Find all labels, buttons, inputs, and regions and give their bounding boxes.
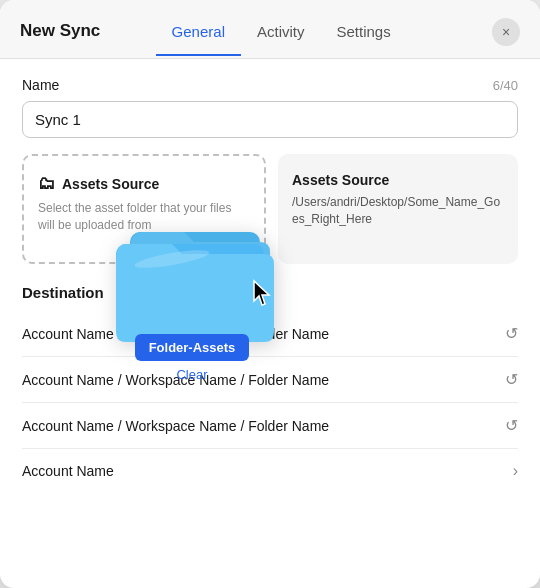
folder-overlay: Folder-Assets Clear	[102, 204, 282, 382]
history-icon-2: ↺	[505, 370, 518, 389]
dest-item-3-text: Account Name / Workspace Name / Folder N…	[22, 418, 329, 434]
source-right-path: /Users/andri/Desktop/Some_Name_Goes_Righ…	[292, 194, 504, 228]
source-right-title: Assets Source	[292, 172, 389, 188]
name-label: Name	[22, 77, 59, 93]
history-icon-1: ↺	[505, 324, 518, 343]
folder-clear-button[interactable]: Clear	[176, 367, 207, 382]
name-input[interactable]	[22, 101, 518, 138]
dest-item-4-text: Account Name	[22, 463, 114, 479]
folder-tooltip: Folder-Assets	[135, 334, 250, 361]
source-section: 🗂 Assets Source Select the asset folder …	[22, 154, 518, 264]
modal-header: New Sync General Activity Settings ×	[0, 0, 540, 59]
tabs: General Activity Settings	[100, 22, 462, 55]
tab-general[interactable]: General	[156, 23, 241, 56]
modal-body: Name 6/40 🗂 Assets Source Select the ass…	[0, 59, 540, 515]
tab-activity[interactable]: Activity	[241, 23, 321, 56]
char-count: 6/40	[493, 78, 518, 93]
destination-source-card: Assets Source /Users/andri/Desktop/Some_…	[278, 154, 518, 264]
destination-item-4[interactable]: Account Name ›	[22, 449, 518, 493]
folder-icon-large	[102, 204, 282, 344]
source-card-title: 🗂 Assets Source	[38, 174, 159, 194]
modal-title: New Sync	[20, 21, 100, 55]
destination-item-3[interactable]: Account Name / Workspace Name / Folder N…	[22, 403, 518, 449]
modal: New Sync General Activity Settings × Nam…	[0, 0, 540, 588]
folder-outline-icon: 🗂	[38, 174, 55, 194]
chevron-right-icon-4: ›	[513, 462, 518, 480]
name-row: Name 6/40	[22, 77, 518, 93]
close-button[interactable]: ×	[492, 18, 520, 46]
history-icon-3: ↺	[505, 416, 518, 435]
tab-settings[interactable]: Settings	[321, 23, 407, 56]
